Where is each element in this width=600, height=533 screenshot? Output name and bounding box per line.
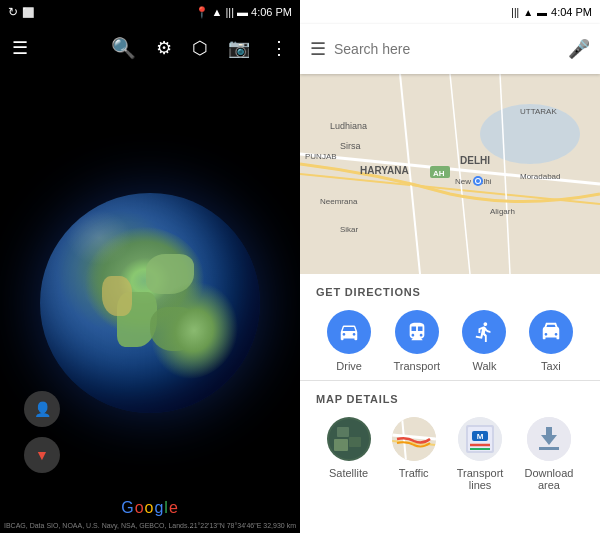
left-toolbar: ☰ 🔍 ⚙ ⬡ 📷 ⋮ bbox=[0, 24, 300, 72]
signal-icon: ||| bbox=[225, 6, 234, 18]
left-status-bar: ↻ ⬜ 📍 ▲ ||| ▬ 4:06 PM bbox=[0, 0, 300, 24]
map-area[interactable]: Ludhiana UTTARAK Sirsa HARYANA DELHI New… bbox=[300, 74, 600, 274]
transport-direction[interactable]: Transport bbox=[393, 310, 440, 372]
menu-icon[interactable]: ☰ bbox=[12, 37, 28, 59]
svg-rect-40 bbox=[546, 427, 552, 437]
svg-text:HARYANA: HARYANA bbox=[360, 165, 409, 176]
svg-rect-24 bbox=[337, 427, 349, 437]
svg-text:UTTARAK: UTTARAK bbox=[520, 107, 557, 116]
transport-lines-detail[interactable]: M Transportlines bbox=[457, 417, 504, 491]
directions-icons: Drive Transport Walk Taxi bbox=[316, 310, 584, 372]
svg-text:Aligarh: Aligarh bbox=[490, 207, 515, 216]
details-icons: Satellite Traffic bbox=[316, 417, 584, 491]
svg-text:AH: AH bbox=[433, 169, 445, 178]
walk-circle bbox=[462, 310, 506, 354]
earth-globe bbox=[40, 193, 260, 413]
drive-direction[interactable]: Drive bbox=[327, 310, 371, 372]
get-directions-title: GET DIRECTIONS bbox=[316, 286, 584, 298]
left-time: 4:06 PM bbox=[251, 6, 292, 18]
taxi-circle bbox=[529, 310, 573, 354]
svg-text:Sirsa: Sirsa bbox=[340, 141, 361, 151]
taxi-label: Taxi bbox=[541, 360, 561, 372]
coords-text: 21°22'13"N 78°34'46"E 32,930 km bbox=[190, 522, 296, 529]
map-details-section: MAP DETAILS Satellite bbox=[300, 381, 600, 499]
svg-text:DELHI: DELHI bbox=[460, 155, 490, 166]
svg-rect-25 bbox=[349, 437, 361, 447]
traffic-detail[interactable]: Traffic bbox=[392, 417, 436, 479]
layers-icon[interactable]: ⬡ bbox=[192, 37, 208, 59]
svg-text:Ludhiana: Ludhiana bbox=[330, 121, 367, 131]
search-icon[interactable]: 🔍 bbox=[111, 36, 136, 60]
svg-text:Neemrana: Neemrana bbox=[320, 197, 358, 206]
left-status-left: ↻ ⬜ bbox=[8, 5, 34, 19]
traffic-label: Traffic bbox=[399, 467, 429, 479]
settings-icon[interactable]: ⚙ bbox=[156, 37, 172, 59]
walk-label: Walk bbox=[472, 360, 496, 372]
camera-icon[interactable]: 📷 bbox=[228, 37, 250, 59]
right-status-bar: ||| ▲ ▬ 4:04 PM bbox=[300, 0, 600, 24]
get-directions-section: GET DIRECTIONS Drive Transport Walk bbox=[300, 274, 600, 381]
attribution-text: IBCAG, Data SIO, NOAA, U.S. Navy, NSA, G… bbox=[4, 522, 193, 529]
left-status-right: 📍 ▲ ||| ▬ 4:06 PM bbox=[195, 6, 292, 19]
bottom-controls: 👤 ▼ bbox=[24, 391, 60, 473]
person-icon: 👤 bbox=[34, 401, 51, 417]
svg-text:PUNJAB: PUNJAB bbox=[305, 152, 337, 161]
drive-circle bbox=[327, 310, 371, 354]
taxi-direction[interactable]: Taxi bbox=[529, 310, 573, 372]
wifi-icon: ▲ bbox=[212, 6, 223, 18]
traffic-thumb bbox=[392, 417, 436, 461]
walk-direction[interactable]: Walk bbox=[462, 310, 506, 372]
search-input[interactable] bbox=[334, 41, 560, 57]
rotate-icon: ↻ bbox=[8, 5, 18, 19]
svg-text:M: M bbox=[477, 432, 484, 441]
download-area-thumb bbox=[527, 417, 571, 461]
right-search-bar: ☰ 🎤 bbox=[300, 24, 600, 74]
right-signal-icon: ||| bbox=[511, 7, 519, 18]
map-details-title: MAP DETAILS bbox=[316, 393, 584, 405]
transport-circle bbox=[395, 310, 439, 354]
google-logo: Google bbox=[121, 499, 179, 517]
transport-label: Transport bbox=[393, 360, 440, 372]
location-control-button[interactable]: ▼ bbox=[24, 437, 60, 473]
photo-icon: ⬜ bbox=[22, 7, 34, 18]
compass-icon: ▼ bbox=[35, 447, 49, 463]
more-icon[interactable]: ⋮ bbox=[270, 37, 288, 59]
hamburger-icon[interactable]: ☰ bbox=[310, 38, 326, 60]
svg-point-22 bbox=[476, 179, 480, 183]
svg-rect-41 bbox=[539, 447, 559, 450]
right-panel: ||| ▲ ▬ 4:04 PM ☰ 🎤 Ludhiana UTTARAK Sir bbox=[300, 0, 600, 533]
person-control-button[interactable]: 👤 bbox=[24, 391, 60, 427]
satellite-thumb bbox=[327, 417, 371, 461]
satellite-detail[interactable]: Satellite bbox=[327, 417, 371, 479]
satellite-label: Satellite bbox=[329, 467, 368, 479]
svg-text:Sikar: Sikar bbox=[340, 225, 359, 234]
drive-label: Drive bbox=[336, 360, 362, 372]
transport-lines-thumb: M bbox=[458, 417, 502, 461]
battery-icon: ▬ bbox=[237, 6, 248, 18]
left-panel: ↻ ⬜ 📍 ▲ ||| ▬ 4:06 PM ☰ 🔍 ⚙ ⬡ 📷 ⋮ bbox=[0, 0, 300, 533]
right-time: 4:04 PM bbox=[551, 6, 592, 18]
transport-lines-label: Transportlines bbox=[457, 467, 504, 491]
location-status-icon: 📍 bbox=[195, 6, 209, 19]
svg-rect-26 bbox=[334, 439, 348, 451]
right-wifi-icon: ▲ bbox=[523, 7, 533, 18]
right-battery-icon: ▬ bbox=[537, 7, 547, 18]
download-area-label: Downloadarea bbox=[525, 467, 574, 491]
download-area-detail[interactable]: Downloadarea bbox=[525, 417, 574, 491]
svg-text:Moradabad: Moradabad bbox=[520, 172, 560, 181]
mic-icon[interactable]: 🎤 bbox=[568, 38, 590, 60]
